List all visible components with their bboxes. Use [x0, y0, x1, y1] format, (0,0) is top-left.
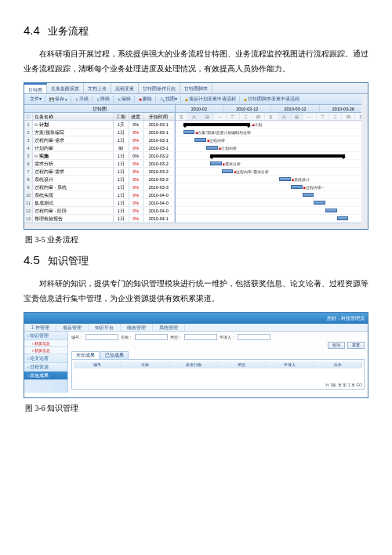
date-header: 2010-02-12: [223, 105, 271, 112]
gantt-bar[interactable]: ■过程内审-需求分析: [222, 169, 234, 173]
sec-45-body: 对科研的知识，提供专门的知识管理模块进行统一维护，包括获奖信息、论文论著、过程资…: [24, 276, 368, 306]
gantt-bar[interactable]: ■系统设计: [279, 177, 291, 181]
input-code[interactable]: [85, 334, 118, 340]
gantt-tab[interactable]: 流程变更: [111, 83, 139, 93]
input-applicant[interactable]: [238, 334, 270, 340]
day-header: 六: [278, 113, 291, 120]
gantt-tab[interactable]: 甘特图脚本: [180, 83, 212, 93]
gantt-bar[interactable]: [325, 209, 337, 212]
gantt-row: ■过程内审-需求分析: [176, 168, 368, 176]
gantt-bar[interactable]: ■过程内审: [194, 138, 206, 142]
find-button[interactable]: 🔍找图▾: [157, 96, 181, 103]
gantt-bar[interactable]: [337, 216, 349, 220]
km-search-form: 编号： 名称： 类型： 申请人： 查询 重置: [71, 334, 365, 349]
task-row[interactable]: 4计划内审800%2010-03-1: [24, 144, 175, 152]
date-header: 2010-03-26: [320, 105, 368, 112]
km-sub-tab[interactable]: 未知成果: [71, 351, 100, 359]
pencil-icon: ✎: [118, 97, 121, 102]
km-menu-item[interactable]: 知识平台: [89, 324, 121, 331]
task-row[interactable]: 2方案/预算编写1日0%2010-03-1: [24, 129, 175, 136]
col-name: 任务名称: [33, 113, 114, 120]
section-44-heading: 4.4 业务流程: [24, 24, 368, 38]
gantt-bar[interactable]: ■方案/预算/进度计划编制与会审: [183, 130, 195, 134]
promote-button[interactable]: ⇧升级: [72, 96, 93, 103]
sec-44-body: 在科研项目开展过程，系统提供强大的业务流程甘特图、业务流程监控视图进行流程跟踪。…: [24, 46, 368, 76]
gantt-row: ■过程内审: [176, 136, 368, 144]
task-row[interactable]: 11集成测试1日0%2010-04-0: [24, 199, 175, 207]
task-row[interactable]: 1⊟计划1天0%2010-03-1: [24, 121, 175, 129]
task-row[interactable]: 7过程内审-需求1日0%2010-03-2: [24, 168, 175, 176]
save-button[interactable]: 💾保存▾: [46, 96, 71, 103]
gantt-row: ■计划: [176, 121, 368, 129]
task-panel: 甘特图 ⓘ 任务名称 工期 进度 开始时间 1⊟计划1天0%2010-03-12…: [24, 105, 176, 223]
km-menu-item[interactable]: 工作管理: [24, 324, 56, 331]
gantt-row: [176, 152, 368, 160]
km-sidebar-item[interactable]: › 获奖信息: [24, 347, 67, 354]
gantt-bar[interactable]: ■计划内审: [206, 146, 218, 150]
col-progress: 进度: [129, 113, 143, 120]
km-menubar: 工作管理项目管理知识平台绩效管理系统管理: [24, 324, 368, 332]
gantt-tab[interactable]: 甘特图: [24, 83, 47, 93]
gantt-screenshot: 甘特图任务提醒设置文档上传流程变更甘特图操作日志甘特图脚本 文件▾ 💾保存▾ ⇧…: [24, 82, 368, 230]
arrow-down-icon: ⇩: [96, 97, 100, 102]
km-sidebar-item[interactable]: › 其他成果: [24, 372, 67, 380]
col-duration: 工期: [114, 113, 129, 120]
task-row[interactable]: 13整理检验报告1日0%2010-04-1: [24, 215, 175, 223]
gantt-bar[interactable]: ■需求分析: [210, 161, 222, 165]
gantt-bar[interactable]: [303, 193, 314, 197]
task-row[interactable]: 3过程内审-需求1日0%2010-03-1: [24, 136, 175, 144]
gantt-tab[interactable]: 文档上传: [84, 83, 111, 93]
search-button[interactable]: 查询: [328, 342, 345, 349]
gantt-bar[interactable]: ■计划: [183, 123, 251, 126]
vertical-scrollbar[interactable]: [361, 94, 368, 229]
km-col-header: 类型: [218, 361, 266, 368]
horizontal-scrollbar[interactable]: [24, 223, 368, 229]
km-sidebar-item[interactable]: › 获奖信息: [24, 340, 67, 347]
km-sidebar-item[interactable]: › 论文论著: [24, 354, 67, 363]
km-sub-tab[interactable]: 已知成果: [100, 351, 129, 359]
km-pager[interactable]: 共 0条 页 第 1 页 GO: [74, 383, 362, 387]
km-sidebar-item[interactable]: › 知识管理: [24, 332, 67, 340]
bar-label: ■计划: [252, 122, 262, 127]
task-row[interactable]: 9过程内审 - 系统1日0%2010-03-3: [24, 183, 175, 191]
input-name[interactable]: [135, 334, 168, 340]
km-sidebar-item[interactable]: › 过程资源: [24, 363, 67, 372]
day-header: 三: [329, 113, 342, 120]
day-header: 六: [188, 113, 201, 120]
task-row[interactable]: 10系统实现1日0%2010-04-0: [24, 191, 175, 199]
task-row[interactable]: 6需求分析1日0%2010-03-2: [24, 160, 175, 168]
km-col-header: 操作: [314, 361, 362, 368]
date-header: 2010-03-12: [271, 105, 319, 112]
task-row[interactable]: 8系统设计1日0%2010-03-2: [24, 176, 175, 183]
gantt-bar[interactable]: ■过程内审 -: [291, 185, 303, 189]
gantt-bar[interactable]: [314, 201, 325, 205]
gantt-toolbar: 文件▾ 💾保存▾ ⇧升级 ⇩降级 ✎编辑 ✖删除 🔍找图▾ ◆项目计划变更申请流…: [24, 94, 368, 105]
plan-change-button[interactable]: ◆项目计划变更申请流程: [182, 96, 240, 103]
bar-label: ■过程内审: [207, 138, 225, 143]
reset-button[interactable]: 重置: [347, 342, 365, 349]
gantt-bar[interactable]: [210, 154, 345, 158]
km-main: 编号： 名称： 类型： 申请人： 查询 重置 未知成果已知成果 编号名称发表刊物…: [68, 332, 368, 393]
col-start: 开始时间: [143, 113, 175, 120]
task-row[interactable]: 5⊟实施1日0%2010-03-2: [24, 152, 175, 160]
task-row[interactable]: 12过程内审 - 阶段1日0%2010-04-0: [24, 207, 175, 215]
km-menu-item[interactable]: 绩效管理: [121, 324, 153, 331]
day-header: 一: [303, 113, 316, 120]
demote-button[interactable]: ⇩降级: [93, 96, 114, 103]
arrow-up-icon: ⇧: [75, 97, 78, 102]
delete-button[interactable]: ✖删除: [136, 96, 156, 103]
script-change-button[interactable]: ◆甘特图脚本变更申请流程: [241, 96, 303, 103]
km-menu-item[interactable]: 项目管理: [56, 324, 89, 331]
bar-label: ■需求分析: [223, 161, 241, 166]
km-col-header: 申请人: [266, 361, 314, 368]
gantt-tab[interactable]: 甘特图操作日志: [139, 83, 180, 93]
gantt-tab[interactable]: 任务提醒设置: [47, 83, 84, 93]
input-type[interactable]: [184, 334, 217, 340]
day-header: 一: [214, 113, 227, 120]
km-menu-item[interactable]: 系统管理: [153, 324, 185, 331]
figure-3-6-caption: 图 3-6 知识管理: [25, 403, 368, 414]
edit-button[interactable]: ✎编辑: [114, 96, 135, 103]
lbl-code: 编号：: [71, 335, 83, 339]
file-menu[interactable]: 文件▾: [27, 96, 45, 103]
lbl-name: 名称：: [121, 335, 132, 339]
